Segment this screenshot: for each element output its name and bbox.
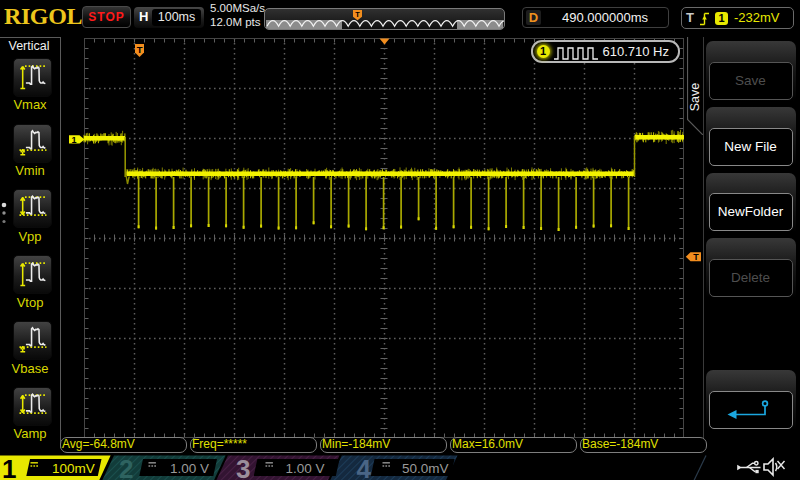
svg-text:100mV: 100mV	[52, 460, 95, 475]
svg-text:1: 1	[2, 454, 16, 480]
svg-text:1.00 V: 1.00 V	[286, 460, 325, 475]
svg-text:1.00 V: 1.00 V	[170, 460, 209, 475]
svg-text:T: T	[355, 10, 360, 19]
svg-text:T: T	[137, 44, 143, 55]
svg-text:50.0mV: 50.0mV	[402, 460, 449, 475]
svg-text:T: T	[693, 252, 699, 262]
svg-text:2: 2	[119, 454, 133, 480]
svg-text:4: 4	[357, 454, 372, 480]
svg-text:1: 1	[71, 135, 76, 145]
svg-text:3: 3	[236, 454, 250, 480]
